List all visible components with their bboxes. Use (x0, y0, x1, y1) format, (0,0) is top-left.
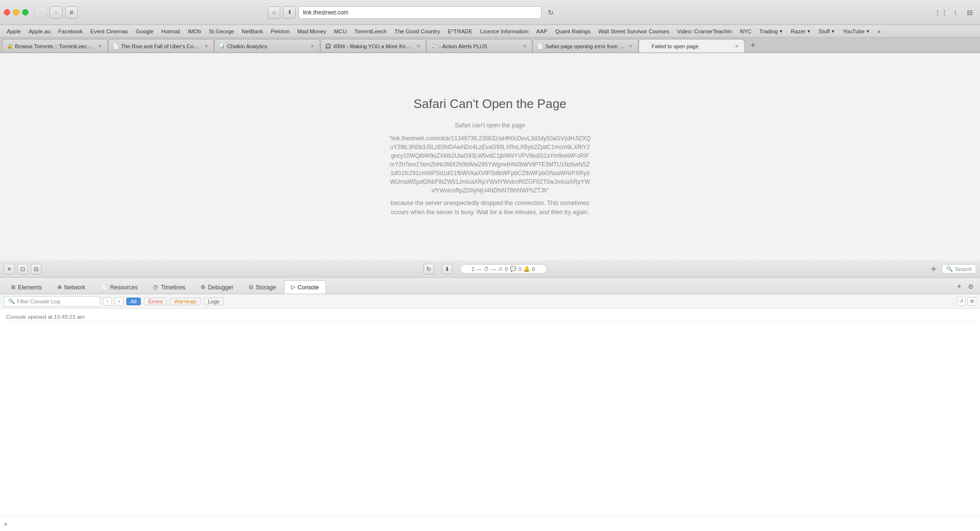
bookmark-more[interactable]: » (875, 27, 884, 35)
devtools-detach-button[interactable]: ⊡ (17, 264, 28, 274)
share-toolbar-button[interactable]: ↑ (949, 6, 962, 19)
download-button[interactable]: ⬇ (442, 264, 452, 274)
bookmark-mcu[interactable]: MCU (330, 27, 351, 35)
bookmark-stuff[interactable]: Stuff▼ (815, 27, 839, 35)
home-button[interactable]: ⌂ (268, 6, 280, 19)
tab-timelines-label: Timelines (161, 284, 185, 291)
clear-console-button[interactable]: ↺ (957, 297, 966, 306)
compass-button[interactable]: ✛ (928, 264, 939, 274)
devtools-sidebar-button[interactable]: ⊟ (31, 264, 41, 274)
filter-prev-button[interactable]: ‹ (103, 297, 112, 306)
tab-storage-label: Storage (256, 284, 276, 291)
tab-console[interactable]: ▷ Console (284, 280, 326, 294)
tab-uber[interactable]: 📄 The Rise and Fall of Uber's Controvers… (108, 39, 214, 53)
page-content: Safari Can't Open the Page Safari can't … (0, 53, 980, 260)
devtools-search[interactable]: 🔍 Search (942, 264, 976, 273)
bookmark-good-country[interactable]: The Good Country (391, 27, 444, 35)
tab-favicon: 🎧 (325, 43, 331, 50)
add-tab-button[interactable]: + (954, 281, 965, 292)
tab-elements[interactable]: ⊞ Elements (4, 280, 49, 294)
tab-close-button[interactable]: ✕ (627, 43, 634, 50)
tab-close-button[interactable]: ✕ (97, 43, 104, 50)
reload-button[interactable]: ↻ (544, 6, 557, 19)
bookmark-apple[interactable]: Apple (3, 27, 25, 35)
bookmark-licence-info[interactable]: Licence Information (476, 27, 532, 35)
bookmark-netbank[interactable]: NetBank (238, 27, 267, 35)
bookmark-wall-street[interactable]: Wall Street Survivor Courses (595, 27, 673, 35)
bookmark-youtube[interactable]: YouTube▼ (839, 27, 874, 35)
bookmark-razer[interactable]: Razer▼ (787, 27, 815, 35)
filter-warnings-button[interactable]: Warnings (170, 298, 201, 305)
devtools-close-button[interactable]: ✕ (4, 264, 14, 274)
log-count: 0 (518, 266, 521, 272)
tab-action-alerts[interactable]: 📰 - Action Alerts PLUS ✕ (426, 39, 532, 53)
tab-close-button[interactable]: ✕ (415, 43, 422, 50)
tab-favicon: 🔒 (6, 43, 13, 50)
tab-safari-error[interactable]: 📄 Safari page opening error from specifi… (532, 39, 639, 53)
bookmark-st-george[interactable]: St.George (205, 27, 238, 35)
address-bar[interactable]: link.thestreet.com (299, 6, 542, 19)
tab-storage[interactable]: ⊟ Storage (242, 280, 283, 294)
extensions-button[interactable]: ⋮⋮ (935, 6, 947, 19)
close-button[interactable] (4, 9, 10, 15)
tab-debugger[interactable]: ⚙ Debugger (193, 280, 241, 294)
bookmarks-bar: Apple Apple.au Facebook Event Cinemas Go… (0, 25, 980, 38)
bookmark-hotmail[interactable]: Hotmail (157, 27, 184, 35)
tab-podcast[interactable]: 🎧 #004 - Making YOU a More Knowledgeabl.… (320, 39, 426, 53)
share-button[interactable]: ⬆ (283, 6, 296, 19)
alert-count: 0 (532, 266, 535, 272)
error-reason: because the server unexpectedly dropped … (389, 199, 591, 217)
bookmark-quant-ratings[interactable]: Quant Ratings (551, 27, 595, 35)
sidebar-button[interactable]: ⊟ (964, 6, 976, 19)
tab-chalkin[interactable]: 📊 Chalkin Analytics ✕ (214, 39, 320, 53)
filter-next-button[interactable]: › (115, 297, 123, 306)
console-settings-button[interactable]: ⚙ (967, 297, 976, 306)
bookmark-cramer-teach[interactable]: Video: CramerTeachIn (673, 27, 736, 35)
devtools-panel: ✕ ⊡ ⊟ ↻ ⬇ 2 — ⏱ — ⚠ 0 💬 0 🔔 0 (0, 260, 980, 531)
timelines-icon: ⏱ (153, 285, 158, 290)
filter-logs-button[interactable]: Logs (204, 298, 224, 305)
bookmark-google[interactable]: Google (132, 27, 157, 35)
tab-failed[interactable]: Failed to open page ✕ (639, 39, 745, 53)
tab-close-button[interactable]: ✕ (203, 43, 210, 50)
search-icon: 🔍 (946, 266, 953, 272)
tab-favicon: 📰 (431, 43, 437, 50)
tab-close-button[interactable]: ✕ (521, 43, 528, 50)
bookmark-trading[interactable]: Trading▼ (755, 27, 787, 35)
devtools-settings-button[interactable]: ⚙ (966, 281, 976, 292)
tab-torrentleech[interactable]: 🔒 Browse Torrents :: TorrentLeech.org ✕ (2, 39, 108, 53)
tab-resources[interactable]: 📄 Resources (94, 280, 145, 294)
tab-timelines[interactable]: ⏱ Timelines (146, 280, 192, 294)
bookmark-apple-au[interactable]: Apple.au (25, 27, 54, 35)
browser-window: ‹ › ⊞ ⌂ ⬆ link.thestreet.com ↻ ⋮⋮ ↑ ⊟ Ap… (0, 0, 980, 531)
bookmark-imdb[interactable]: IMDb (184, 27, 204, 35)
tab-title: Chalkin Analytics (227, 43, 307, 49)
tab-title: Browse Torrents :: TorrentLeech.org (15, 43, 95, 49)
console-prompt-area[interactable]: > (0, 517, 980, 531)
minimize-button[interactable] (13, 9, 19, 15)
storage-icon: ⊟ (249, 284, 253, 290)
error-count: 0 (505, 266, 508, 272)
bookmark-etrade[interactable]: E*TRADE (444, 27, 476, 35)
filter-console-input[interactable]: 🔍 Filter Console Log (4, 296, 100, 307)
filter-search-icon: 🔍 (8, 298, 15, 304)
bookmark-nyc[interactable]: NYC (736, 27, 755, 35)
bookmark-peloton[interactable]: Peloton (267, 27, 293, 35)
maximize-button[interactable] (22, 9, 28, 15)
bookmark-facebook[interactable]: Facebook (54, 27, 87, 35)
tab-network[interactable]: ⊕ Network (50, 280, 93, 294)
bookmark-event-cinemas[interactable]: Event Cinemas (86, 27, 132, 35)
tab-view-button[interactable]: ⊞ (65, 6, 78, 19)
forward-button[interactable]: › (50, 6, 62, 19)
filter-all-button[interactable]: All (126, 298, 141, 305)
new-tab-button[interactable]: + (747, 39, 759, 52)
tab-close-button[interactable]: ✕ (734, 43, 740, 50)
reload-page-button[interactable]: ↻ (423, 264, 434, 274)
bookmark-torrentleech[interactable]: TorrentLeech (351, 27, 391, 35)
back-button[interactable]: ‹ (34, 6, 47, 19)
bookmark-aap[interactable]: AAP (532, 27, 551, 35)
bookmark-mad-money[interactable]: Mad Money (293, 27, 330, 35)
tab-close-button[interactable]: ✕ (309, 43, 316, 50)
filter-errors-button[interactable]: Errors (144, 298, 167, 305)
console-message-opened: Console opened at 10:45:23 am (4, 313, 976, 322)
